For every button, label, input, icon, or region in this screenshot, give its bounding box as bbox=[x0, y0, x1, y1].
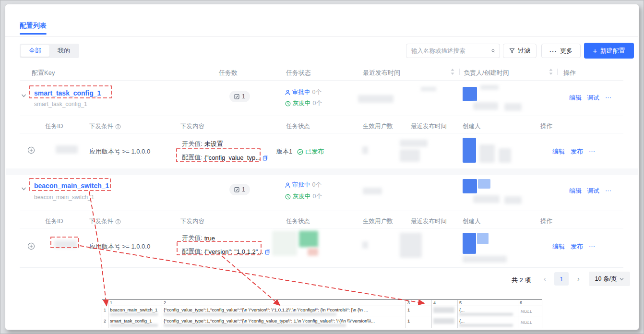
more-actions[interactable]: ··· bbox=[605, 187, 611, 194]
sub-publish-action[interactable]: 发布 bbox=[571, 242, 583, 251]
sub-col-condition: 下发条件 bbox=[89, 122, 121, 131]
copy-icon[interactable] bbox=[265, 249, 271, 255]
db-cell-key[interactable]: beacon_main_switch_1 bbox=[110, 307, 161, 312]
redacted-db-cell bbox=[433, 318, 454, 324]
db-cell-json[interactable]: {"config_value_type":1,"config_value":"{… bbox=[164, 307, 405, 312]
redacted-task-id bbox=[54, 240, 77, 248]
sub-more-actions[interactable]: ··· bbox=[589, 242, 595, 250]
sub-edit-action[interactable]: 编辑 bbox=[552, 242, 565, 251]
redacted-create-time bbox=[473, 102, 498, 110]
pagination-next[interactable]: › bbox=[577, 275, 580, 283]
more-label: 更多 bbox=[560, 47, 572, 55]
db-cell-json[interactable]: {"config_value_type":1,"config_value":"{… bbox=[164, 318, 405, 323]
switch-value-row: 开关值: true bbox=[182, 234, 215, 242]
sub-col-task-id: 任务ID bbox=[45, 217, 63, 226]
sub-publish-action[interactable]: 发布 bbox=[571, 147, 583, 156]
tab-active-underline bbox=[20, 33, 47, 35]
switch-label: 开关值: bbox=[182, 234, 203, 242]
redacted-publish-time bbox=[400, 233, 422, 258]
config-value: {"version": "1.0.1.2"... bbox=[204, 248, 263, 255]
more-button[interactable]: ··· 更多 bbox=[541, 44, 581, 58]
sub-col-publish-time: 最近发布时间 bbox=[411, 217, 447, 226]
status-gray-release: 灰度中 0个 bbox=[285, 99, 322, 107]
task-count-value: 1 bbox=[242, 93, 245, 100]
clipboard-check-icon bbox=[234, 94, 239, 99]
db-col-header[interactable]: 2 bbox=[164, 300, 166, 305]
chevron-down-icon[interactable] bbox=[21, 94, 26, 98]
person-icon bbox=[285, 182, 290, 188]
page-size-select[interactable]: 10 条/页 bbox=[589, 272, 630, 286]
search-icon[interactable] bbox=[491, 48, 495, 54]
funnel-icon bbox=[509, 48, 515, 54]
redacted-create-time bbox=[504, 103, 522, 111]
edit-action[interactable]: 编辑 bbox=[569, 187, 582, 195]
pagination-page-1[interactable]: 1 bbox=[554, 272, 569, 286]
sub-edit-action[interactable]: 编辑 bbox=[552, 147, 565, 156]
debug-action[interactable]: 调试 bbox=[587, 187, 599, 195]
db-cell-null[interactable]: NULL bbox=[521, 320, 540, 325]
db-col-header[interactable]: 6 bbox=[520, 300, 522, 305]
config-key-link[interactable]: smart_task_config_1 bbox=[34, 89, 101, 97]
search-input[interactable] bbox=[406, 48, 491, 54]
db-cell-key[interactable]: smart_task_config_1 bbox=[110, 318, 161, 323]
db-cell-meta[interactable]: {... bbox=[459, 307, 516, 312]
tab-config-list[interactable]: 配置列表 bbox=[20, 22, 47, 30]
plus-icon: + bbox=[593, 47, 597, 54]
sub-col-content: 下发内容 bbox=[180, 122, 204, 131]
redacted-publish-time bbox=[363, 188, 382, 194]
more-actions[interactable]: ··· bbox=[605, 94, 611, 101]
sub-more-actions[interactable]: ··· bbox=[589, 147, 595, 155]
tab-all[interactable]: 全部 bbox=[21, 45, 49, 57]
expand-circle-icon[interactable] bbox=[27, 242, 35, 250]
sort-icon[interactable] bbox=[549, 69, 553, 75]
switch-value-row: 开关值: 未设置 bbox=[182, 140, 223, 148]
config-value-label: 配置值: bbox=[182, 247, 203, 256]
chevron-down-icon bbox=[620, 277, 624, 281]
redacted-status-block bbox=[272, 231, 297, 256]
sub-col-active-users: 生效用户数 bbox=[363, 122, 393, 131]
sub-col-actions: 操作 bbox=[540, 217, 552, 226]
edit-action[interactable]: 编辑 bbox=[569, 94, 582, 102]
sub-col-publish-time: 最近发布时间 bbox=[411, 122, 447, 131]
db-col-header[interactable]: 4 bbox=[433, 300, 436, 305]
redacted-active-users bbox=[362, 146, 368, 154]
pagination-prev[interactable]: ‹ bbox=[544, 275, 546, 283]
db-cell-type[interactable]: 1 bbox=[407, 307, 429, 312]
task-count-value: 1 bbox=[242, 186, 245, 193]
db-col-header[interactable]: 3 bbox=[407, 300, 410, 305]
redacted-text bbox=[421, 87, 436, 91]
task-count-badge: 1 bbox=[229, 184, 250, 195]
redacted-status-block bbox=[308, 248, 318, 256]
db-cell-type[interactable]: 1 bbox=[407, 318, 429, 323]
db-col-header[interactable]: 5 bbox=[459, 300, 462, 305]
status-approving: 审批中 0个 bbox=[285, 181, 322, 189]
debug-action[interactable]: 调试 bbox=[587, 94, 599, 102]
db-cell-null[interactable]: NULL bbox=[521, 309, 540, 314]
sub-col-condition: 下发条件 bbox=[89, 217, 121, 226]
info-icon[interactable] bbox=[115, 219, 121, 225]
sort-icon[interactable] bbox=[451, 69, 454, 75]
copy-icon[interactable] bbox=[262, 155, 268, 161]
db-cell-meta[interactable]: {... bbox=[459, 318, 516, 323]
status-gray-label: 灰度中 bbox=[293, 192, 311, 201]
redacted-creator bbox=[463, 256, 507, 262]
status-gray-count: 0个 bbox=[313, 192, 322, 201]
version-label: 版本1 bbox=[276, 147, 292, 156]
redacted-active-users bbox=[362, 241, 368, 249]
redacted-creator bbox=[479, 144, 495, 163]
db-col-header[interactable]: 1 bbox=[110, 300, 112, 305]
redacted-db-cell bbox=[433, 307, 454, 313]
filter-label: 过滤 bbox=[518, 47, 530, 55]
avatar bbox=[463, 179, 477, 193]
config-key-link[interactable]: beacon_main_switch_1 bbox=[34, 182, 109, 190]
sub-col-actions: 操作 bbox=[540, 122, 552, 131]
sub-col-status: 任务状态 bbox=[286, 217, 310, 226]
col-header-config-key: 配置Key bbox=[32, 69, 55, 77]
task-count-badge: 1 bbox=[229, 91, 250, 102]
info-icon[interactable] bbox=[115, 124, 121, 130]
chevron-down-icon[interactable] bbox=[21, 187, 26, 191]
expand-circle-icon[interactable] bbox=[27, 146, 35, 154]
tab-mine[interactable]: 我的 bbox=[49, 45, 78, 57]
filter-button[interactable]: 过滤 bbox=[503, 44, 537, 58]
create-config-button[interactable]: + 新建配置 bbox=[584, 43, 634, 59]
